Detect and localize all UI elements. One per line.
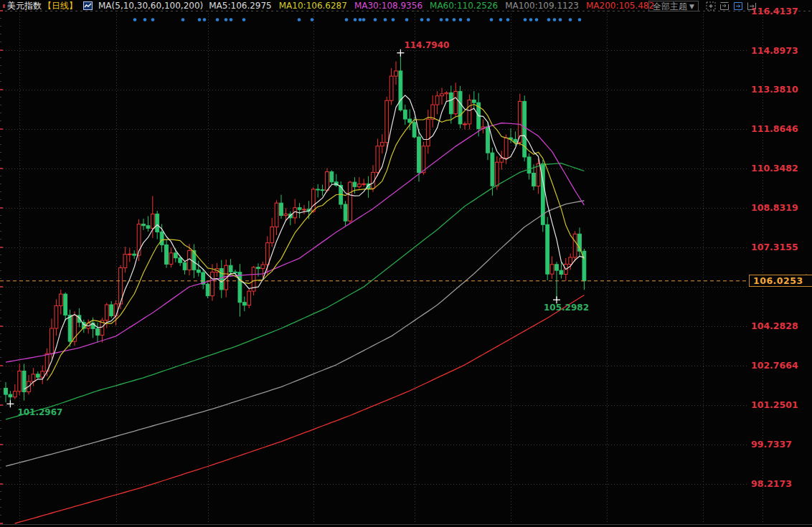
event-marker-dot[interactable] bbox=[384, 18, 387, 22]
event-marker-dot[interactable] bbox=[181, 18, 185, 22]
event-marker-dot[interactable] bbox=[133, 18, 137, 22]
event-marker-dot[interactable] bbox=[569, 18, 572, 22]
event-marker-dot[interactable] bbox=[547, 18, 551, 22]
candle[interactable] bbox=[504, 138, 508, 158]
candle[interactable] bbox=[573, 234, 577, 257]
candle[interactable] bbox=[431, 105, 435, 119]
candle[interactable] bbox=[96, 328, 100, 335]
candle[interactable] bbox=[403, 110, 407, 119]
event-marker-dot[interactable] bbox=[453, 18, 456, 22]
candle[interactable] bbox=[390, 76, 393, 100]
event-marker-dot[interactable] bbox=[242, 18, 246, 22]
candle[interactable] bbox=[500, 158, 504, 162]
candle[interactable] bbox=[247, 291, 251, 305]
candle[interactable] bbox=[142, 224, 146, 226]
candle[interactable] bbox=[13, 391, 16, 397]
event-marker-dot[interactable] bbox=[559, 18, 562, 22]
candle[interactable] bbox=[229, 265, 232, 272]
event-marker-dot[interactable] bbox=[405, 18, 409, 22]
candle[interactable] bbox=[316, 189, 320, 190]
candle[interactable] bbox=[514, 139, 517, 142]
candle[interactable] bbox=[165, 245, 169, 265]
event-marker-dot[interactable] bbox=[359, 18, 362, 22]
event-marker-dot[interactable] bbox=[216, 18, 219, 22]
period-label[interactable]: 【日线】 bbox=[43, 1, 77, 11]
event-marker-dot[interactable] bbox=[198, 18, 202, 22]
event-marker-dot[interactable] bbox=[440, 18, 443, 22]
candle[interactable] bbox=[36, 374, 39, 377]
candle[interactable] bbox=[440, 94, 444, 96]
candle[interactable] bbox=[399, 71, 402, 110]
candle[interactable] bbox=[146, 226, 150, 229]
candle[interactable] bbox=[330, 172, 334, 182]
event-marker-dot[interactable] bbox=[490, 18, 494, 22]
candle[interactable] bbox=[206, 284, 209, 295]
candle[interactable] bbox=[110, 305, 113, 316]
candle[interactable] bbox=[183, 262, 187, 270]
event-marker-dot[interactable] bbox=[362, 18, 366, 22]
instrument-title[interactable]: 美元指数 bbox=[7, 1, 42, 11]
event-marker-dot[interactable] bbox=[143, 18, 147, 22]
candle[interactable] bbox=[357, 184, 361, 187]
indicator-chart-icon[interactable] bbox=[83, 1, 93, 10]
event-marker-dot[interactable] bbox=[230, 18, 233, 22]
active-chart-window-icon[interactable] bbox=[733, 1, 743, 11]
event-marker-dot[interactable] bbox=[298, 18, 301, 22]
candle[interactable] bbox=[486, 127, 490, 153]
candle[interactable] bbox=[458, 92, 462, 124]
candle[interactable] bbox=[234, 272, 237, 272]
candle[interactable] bbox=[68, 315, 72, 341]
event-marker-dot[interactable] bbox=[392, 18, 395, 22]
event-marker-dot[interactable] bbox=[578, 18, 582, 22]
candle[interactable] bbox=[55, 305, 58, 328]
pop-out-window-icon[interactable] bbox=[719, 1, 730, 11]
candle[interactable] bbox=[362, 184, 366, 184]
candle[interactable] bbox=[265, 243, 269, 265]
event-marker-dot[interactable] bbox=[203, 18, 207, 22]
event-marker-dot[interactable] bbox=[427, 18, 430, 22]
event-marker-dot[interactable] bbox=[345, 18, 349, 22]
event-marker-dot[interactable] bbox=[151, 18, 155, 22]
candle[interactable] bbox=[114, 304, 118, 316]
candle[interactable] bbox=[472, 100, 476, 103]
candle[interactable] bbox=[495, 162, 499, 186]
candlestick-chart[interactable]: 114.7940101.2967105.2982116.4137114.8973… bbox=[0, 0, 812, 527]
candle[interactable] bbox=[105, 305, 108, 321]
candle[interactable] bbox=[550, 265, 554, 274]
candle[interactable] bbox=[468, 100, 471, 124]
candle[interactable] bbox=[50, 328, 54, 353]
candle[interactable] bbox=[560, 270, 563, 274]
candle[interactable] bbox=[174, 253, 177, 258]
event-marker-dot[interactable] bbox=[445, 18, 449, 22]
candle[interactable] bbox=[179, 258, 182, 263]
candle[interactable] bbox=[385, 100, 389, 142]
event-marker-dot[interactable] bbox=[499, 18, 503, 22]
candle[interactable] bbox=[527, 157, 531, 173]
candle[interactable] bbox=[408, 119, 412, 123]
candle[interactable] bbox=[64, 294, 67, 315]
candle[interactable] bbox=[59, 294, 62, 305]
candle[interactable] bbox=[275, 203, 278, 227]
candle[interactable] bbox=[417, 137, 421, 173]
candle[interactable] bbox=[412, 123, 416, 137]
candle[interactable] bbox=[298, 208, 301, 210]
event-marker-dot[interactable] bbox=[354, 18, 357, 22]
candle[interactable] bbox=[303, 209, 306, 210]
new-window-icon[interactable] bbox=[747, 1, 757, 11]
candle[interactable] bbox=[9, 394, 12, 397]
grid-layout-icon[interactable] bbox=[706, 1, 716, 11]
candle[interactable] bbox=[569, 257, 572, 264]
event-marker-dot[interactable] bbox=[467, 18, 471, 22]
candle[interactable] bbox=[449, 92, 453, 113]
event-marker-dot[interactable] bbox=[529, 18, 533, 22]
candle[interactable] bbox=[422, 146, 425, 173]
candle[interactable] bbox=[280, 203, 283, 215]
event-marker-dot[interactable] bbox=[225, 18, 228, 22]
event-marker-dot[interactable] bbox=[459, 18, 463, 22]
candle[interactable] bbox=[326, 172, 329, 191]
candle[interactable] bbox=[160, 232, 164, 244]
candle[interactable] bbox=[156, 214, 159, 232]
event-marker-dot[interactable] bbox=[553, 18, 557, 22]
candle[interactable] bbox=[270, 227, 274, 243]
candle[interactable] bbox=[219, 269, 223, 290]
